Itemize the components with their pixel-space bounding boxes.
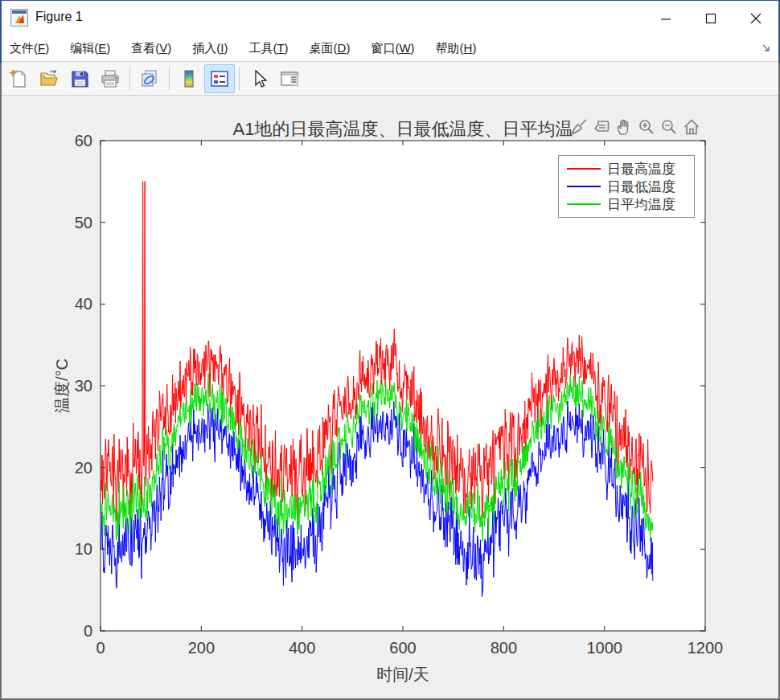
close-button[interactable] [733,0,778,36]
svg-text:1200: 1200 [688,639,724,657]
link-plot-button[interactable] [134,64,165,93]
zoom-out-button[interactable] [658,116,680,138]
edit-plot-button[interactable] [244,64,274,93]
menu-insert[interactable]: 插入(I) [192,41,228,56]
svg-text:1000: 1000 [586,639,622,657]
menu-help[interactable]: 帮助(H) [436,41,477,56]
dock-figure-arrow-icon[interactable] [761,43,772,54]
save-figure-button[interactable] [64,64,95,93]
svg-text:温度/°C: 温度/°C [53,358,71,413]
datatip-icon [592,117,611,137]
svg-text:50: 50 [75,214,92,231]
open-file-button[interactable] [34,64,64,93]
property-editor-button[interactable] [274,64,305,93]
toolbar-separator [129,67,130,91]
menu-desktop[interactable]: 桌面(D) [310,41,351,56]
axes-toolbar [568,116,703,138]
svg-text:0: 0 [84,622,92,640]
plot-legend[interactable]: 日最高温度 日最低温度 日平均温度 [558,155,695,218]
new-figure-icon [8,68,29,89]
menu-window[interactable]: 窗口(W) [371,41,414,56]
menu-tools[interactable]: 工具(T) [248,41,288,56]
zoom-in-icon [637,117,656,137]
new-figure-button[interactable] [3,64,34,93]
legend-line-green [567,203,601,205]
home-icon [682,117,701,137]
property-editor-icon [279,68,300,89]
save-figure-icon [69,68,90,89]
minimize-icon [660,13,671,24]
legend-item-max[interactable]: 日最高温度 [559,160,694,178]
brush-button[interactable] [568,116,590,138]
svg-text:时间/天: 时间/天 [376,665,429,683]
close-icon [750,13,762,24]
insert-colorbar-button[interactable] [174,64,204,93]
zoom-in-button[interactable] [635,116,658,138]
legend-line-red [567,168,601,170]
print-figure-button[interactable] [95,64,125,93]
legend-label: 日平均温度 [607,195,675,214]
brush-icon [569,117,589,137]
edit-plot-arrow-icon [248,68,269,89]
open-file-icon [39,68,60,89]
insert-legend-button[interactable] [204,64,235,93]
window-title: Figure 1 [35,10,83,24]
minimize-button[interactable] [643,0,688,36]
svg-text:200: 200 [188,639,215,657]
toolbar-separator [169,67,170,91]
window-border[interactable] [0,0,2,700]
pan-button[interactable] [613,116,635,138]
svg-text:0: 0 [96,639,105,657]
legend-label: 日最高温度 [607,160,675,178]
pan-hand-icon [614,117,634,137]
insert-legend-icon [209,68,230,89]
maximize-icon [705,13,716,24]
insert-colorbar-icon [179,68,199,89]
zoom-out-icon [659,117,679,137]
matlab-figure-icon [10,9,28,27]
menu-edit[interactable]: 编辑(E) [70,41,110,56]
svg-text:400: 400 [289,639,315,657]
svg-text:30: 30 [75,377,92,395]
svg-text:60: 60 [75,132,92,149]
restore-view-button[interactable] [680,116,703,138]
maximize-button[interactable] [688,0,733,36]
legend-label: 日最低温度 [607,178,675,196]
toolbar-separator [239,67,240,91]
svg-text:600: 600 [389,639,416,657]
figure-toolbar [0,63,780,96]
menu-file[interactable]: 文件(F) [10,41,49,56]
legend-item-avg[interactable]: 日平均温度 [559,195,694,213]
menu-view[interactable]: 查看(V) [131,41,171,56]
svg-text:10: 10 [75,540,92,558]
title-bar: Figure 1 [0,0,780,36]
window-border [0,0,780,1]
legend-line-blue [567,186,601,187]
svg-text:800: 800 [491,639,517,657]
svg-text:40: 40 [75,295,92,313]
link-plot-icon [139,68,160,89]
legend-item-min[interactable]: 日最低温度 [559,178,694,195]
svg-text:20: 20 [75,459,92,477]
figure-window: Figure 1 文件(F) 编辑(E) 查看(V) 插入(I) 工具(T) 桌… [0,0,780,700]
menu-bar: 文件(F) 编辑(E) 查看(V) 插入(I) 工具(T) 桌面(D) 窗口(W… [0,36,780,62]
print-figure-icon [100,68,121,89]
datatip-button[interactable] [590,116,613,138]
